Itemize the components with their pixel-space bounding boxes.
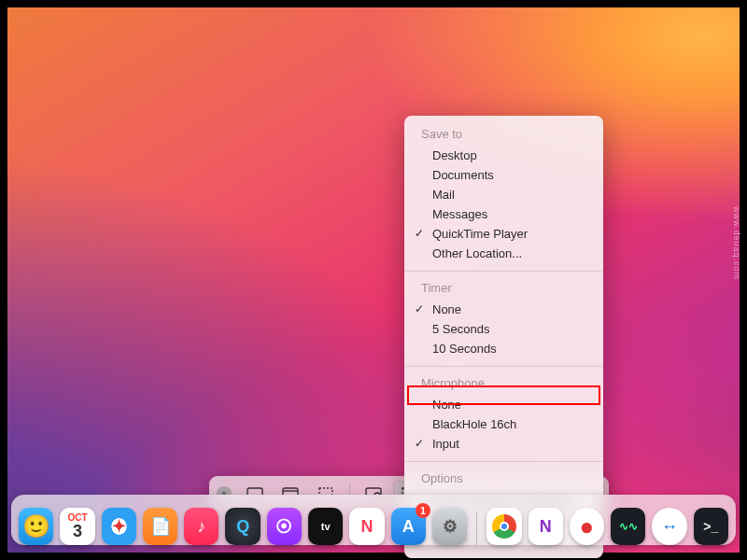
- calendar-day-label: 3: [73, 523, 82, 539]
- menu-item-mic-blackhole[interactable]: BlackHole 16ch: [404, 414, 603, 434]
- dock-app-music[interactable]: ♪: [184, 508, 218, 545]
- badge-count: 1: [416, 503, 430, 518]
- menu-header-options: Options: [404, 469, 603, 490]
- finder-icon: 🙂: [22, 513, 50, 539]
- dock-app-appstore[interactable]: A1: [391, 508, 426, 545]
- menu-header-timer: Timer: [404, 279, 603, 300]
- dock-app-activity[interactable]: ∿∿: [611, 508, 645, 545]
- music-icon: ♪: [197, 517, 205, 537]
- menu-separator: [405, 271, 602, 272]
- dock-app-calendar[interactable]: OCT 3: [60, 508, 94, 545]
- dock-app-onenote[interactable]: N: [529, 508, 563, 545]
- terminal-icon: >_: [703, 519, 718, 534]
- menu-item-other-location[interactable]: Other Location...: [404, 244, 603, 263]
- menu-item-quicktime[interactable]: ✓QuickTime Player: [404, 224, 603, 244]
- chrome-icon: [492, 514, 516, 539]
- vpn-icon: ●: [580, 512, 595, 541]
- dock-separator: [476, 511, 477, 545]
- dock: 🙂 OCT 3 ✦ 📄 ♪ Q ⦿ tv N A1 ⚙ N ● ∿∿ ↔ >_: [7, 495, 740, 545]
- teamviewer-icon: ↔: [661, 517, 678, 537]
- document-icon: 📄: [150, 516, 171, 537]
- menu-item-desktop[interactable]: Desktop: [404, 146, 603, 165]
- menu-item-timer-5s[interactable]: 5 Seconds: [404, 319, 603, 339]
- menu-item-timer-none[interactable]: ✓None: [404, 300, 603, 319]
- check-icon: ✓: [415, 437, 424, 450]
- dock-app-chrome[interactable]: [486, 508, 521, 545]
- dock-app-expressvpn[interactable]: ●: [570, 508, 604, 545]
- menu-separator: [405, 461, 602, 462]
- menu-item-mic-input[interactable]: ✓Input: [404, 434, 603, 454]
- menu-item-timer-10s[interactable]: 10 Seconds: [404, 339, 603, 358]
- wave-icon: ∿∿: [619, 520, 638, 533]
- menu-item-mail[interactable]: Mail: [404, 185, 603, 204]
- dock-app-settings[interactable]: ⚙: [432, 508, 467, 545]
- dock-app-news[interactable]: N: [349, 508, 384, 545]
- dock-app-podcasts[interactable]: ⦿: [267, 508, 302, 545]
- watermark-text: www.deuaq.com: [732, 206, 741, 280]
- compass-icon: ✦: [112, 516, 126, 537]
- quicktime-icon: Q: [236, 517, 249, 537]
- appstore-icon: A: [402, 517, 415, 537]
- podcast-icon: ⦿: [275, 517, 292, 537]
- tv-icon: tv: [321, 521, 331, 532]
- news-icon: N: [361, 517, 374, 537]
- desktop-wallpaper: [7, 7, 740, 553]
- dock-app-safari[interactable]: ✦: [102, 508, 136, 545]
- menu-separator: [405, 366, 602, 367]
- dock-app-teamviewer[interactable]: ↔: [652, 508, 686, 545]
- menu-header-save-to: Save to: [404, 125, 603, 146]
- menu-item-documents[interactable]: Documents: [404, 165, 603, 185]
- check-icon: ✓: [415, 302, 424, 315]
- dock-app-pages[interactable]: 📄: [143, 508, 177, 545]
- onenote-icon: N: [540, 517, 552, 537]
- gear-icon: ⚙: [443, 516, 458, 537]
- menu-item-messages[interactable]: Messages: [404, 204, 603, 224]
- dock-app-quicktime[interactable]: Q: [225, 508, 260, 545]
- check-icon: ✓: [415, 227, 424, 240]
- highlight-annotation: [407, 385, 600, 405]
- options-menu: Save to Desktop Documents Mail Messages …: [404, 116, 603, 558]
- dock-app-finder[interactable]: 🙂: [19, 508, 53, 545]
- dock-app-tv[interactable]: tv: [308, 508, 343, 545]
- dock-app-terminal[interactable]: >_: [694, 508, 728, 545]
